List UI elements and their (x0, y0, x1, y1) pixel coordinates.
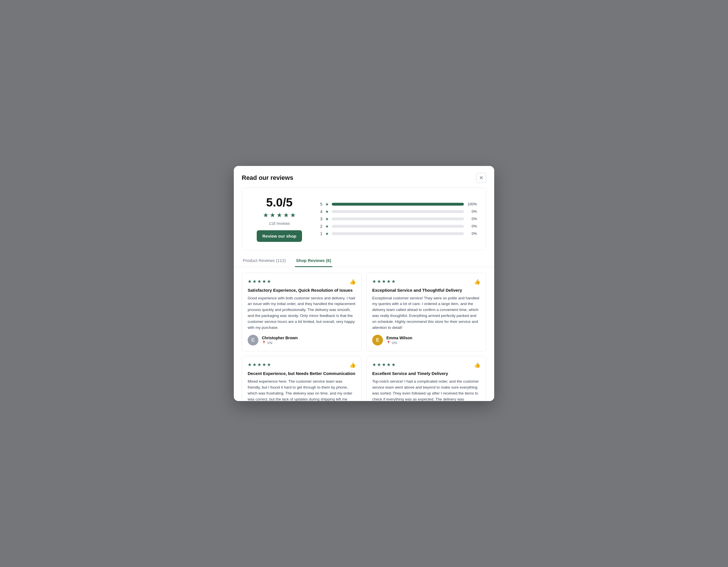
review-star: ★ (252, 362, 256, 367)
review-star: ★ (382, 362, 386, 367)
card-stars-2: ★★★★★ (372, 279, 395, 284)
reviewer-info-2: Emma Wilson 📍 VN (386, 336, 412, 345)
bar-track-1 (332, 232, 464, 235)
modal-header: Read our reviews ✕ (234, 166, 494, 187)
star-3: ★ (277, 211, 282, 219)
card-body-4: Top-notch service! I had a complicated o… (372, 379, 480, 401)
card-body-3: Mixed experience here. The customer serv… (248, 379, 356, 401)
bar-pct-1: 0% (467, 231, 477, 235)
star-4: ★ (283, 211, 289, 219)
review-star: ★ (267, 279, 271, 284)
review-star: ★ (257, 362, 261, 367)
bar-track-2 (332, 225, 464, 228)
bar-label-3: 3 (319, 217, 322, 221)
review-star: ★ (391, 362, 395, 367)
tab-product-reviews[interactable]: Product Reviews (112) (242, 254, 287, 267)
card-stars-4: ★★★★★ (372, 362, 395, 367)
reviewer-location-2: 📍 VN (386, 341, 412, 345)
review-star: ★ (372, 279, 376, 284)
tabs-container: Product Reviews (112) Shop Reviews (6) (234, 254, 494, 267)
bar-pct-2: 0% (467, 224, 477, 228)
tab-shop-reviews[interactable]: Shop Reviews (6) (295, 254, 332, 267)
card-stars-1: ★★★★★ (248, 279, 271, 284)
review-star: ★ (248, 279, 252, 284)
bar-row-2: 2 ★ 0% (319, 224, 477, 228)
review-star: ★ (248, 362, 252, 367)
review-star: ★ (377, 362, 381, 367)
overall-stars: ★ ★ ★ ★ ★ (263, 211, 296, 219)
review-card-3: ★★★★★ 👍 Decent Experience, but Needs Bet… (242, 356, 362, 401)
star-2: ★ (270, 211, 275, 219)
reviewer-name-2: Emma Wilson (386, 336, 412, 340)
reviewer-name-1: Christopher Brown (262, 336, 298, 340)
thumbs-up-icon-4[interactable]: 👍 (474, 362, 480, 368)
card-header-4: ★★★★★ 👍 (372, 362, 480, 368)
review-star: ★ (387, 362, 391, 367)
thumbs-up-icon-1[interactable]: 👍 (350, 279, 356, 285)
card-title-2: Exceptional Service and Thoughtful Deliv… (372, 288, 480, 293)
bar-row-5: 5 ★ 100% (319, 202, 477, 206)
bar-star-5: ★ (325, 202, 329, 206)
card-body-1: Good experience with both customer servi… (248, 296, 356, 331)
bar-label-2: 2 (319, 224, 322, 228)
bar-track-4 (332, 210, 464, 213)
bar-label-4: 4 (319, 209, 322, 214)
review-card-1: ★★★★★ 👍 Satisfactory Experience, Quick R… (242, 273, 362, 352)
reviews-grid: ★★★★★ 👍 Satisfactory Experience, Quick R… (234, 267, 494, 401)
review-star: ★ (382, 279, 386, 284)
review-card-2: ★★★★★ 👍 Exceptional Service and Thoughtf… (366, 273, 486, 352)
close-button[interactable]: ✕ (476, 173, 486, 183)
thumbs-up-icon-2[interactable]: 👍 (474, 279, 480, 285)
rating-score: 5.0/5 (266, 196, 292, 209)
rating-bars: 5 ★ 100% 4 ★ 0% 3 ★ 0% 2 ★ (319, 196, 477, 242)
bar-row-3: 3 ★ 0% (319, 217, 477, 221)
bar-star-2: ★ (325, 224, 329, 228)
reviewer-avatar-1: C (248, 335, 258, 346)
review-star: ★ (387, 279, 391, 284)
card-title-3: Decent Experience, but Needs Better Comm… (248, 371, 356, 376)
reviewer-location-1: 📍 VN (262, 341, 298, 345)
bar-pct-5: 100% (467, 202, 477, 206)
card-header-1: ★★★★★ 👍 (248, 279, 356, 285)
review-star: ★ (267, 362, 271, 367)
reviews-modal: Read our reviews ✕ 5.0/5 ★ ★ ★ ★ ★ 118 r… (234, 166, 494, 401)
bar-star-4: ★ (325, 209, 329, 214)
location-pin-icon: 📍 (262, 341, 266, 345)
card-body-2: Exceptional customer service! They were … (372, 296, 480, 331)
reviewer-avatar-2: E (372, 335, 383, 346)
bar-label-1: 1 (319, 231, 322, 236)
review-star: ★ (391, 279, 395, 284)
review-count: 118 reviews (269, 221, 290, 226)
thumbs-up-icon-3[interactable]: 👍 (350, 362, 356, 368)
bar-star-1: ★ (325, 231, 329, 236)
review-star: ★ (377, 279, 381, 284)
bar-fill-5 (332, 203, 464, 205)
review-star: ★ (262, 362, 266, 367)
star-5: ★ (290, 211, 296, 219)
card-header-3: ★★★★★ 👍 (248, 362, 356, 368)
rating-left: 5.0/5 ★ ★ ★ ★ ★ 118 reviews Review our s… (251, 196, 308, 242)
review-star: ★ (252, 279, 256, 284)
bar-row-1: 1 ★ 0% (319, 231, 477, 236)
card-stars-3: ★★★★★ (248, 362, 271, 367)
star-1: ★ (263, 211, 269, 219)
review-star: ★ (262, 279, 266, 284)
location-pin-icon: 📍 (386, 341, 391, 345)
bar-star-3: ★ (325, 217, 329, 221)
modal-title: Read our reviews (242, 174, 293, 181)
review-shop-button[interactable]: Review our shop (257, 230, 302, 242)
bar-track-3 (332, 217, 464, 220)
card-footer-1: C Christopher Brown 📍 VN (248, 335, 356, 346)
card-title-1: Satisfactory Experience, Quick Resolutio… (248, 288, 356, 293)
review-card-4: ★★★★★ 👍 Excellent Service and Timely Del… (366, 356, 486, 401)
card-title-4: Excellent Service and Timely Delivery (372, 371, 480, 376)
card-footer-2: E Emma Wilson 📍 VN (372, 335, 480, 346)
review-star: ★ (372, 362, 376, 367)
card-header-2: ★★★★★ 👍 (372, 279, 480, 285)
bar-pct-3: 0% (467, 217, 477, 221)
rating-summary: 5.0/5 ★ ★ ★ ★ ★ 118 reviews Review our s… (242, 187, 486, 250)
bar-track-5 (332, 203, 464, 205)
bar-row-4: 4 ★ 0% (319, 209, 477, 214)
reviewer-info-1: Christopher Brown 📍 VN (262, 336, 298, 345)
bar-pct-4: 0% (467, 209, 477, 213)
